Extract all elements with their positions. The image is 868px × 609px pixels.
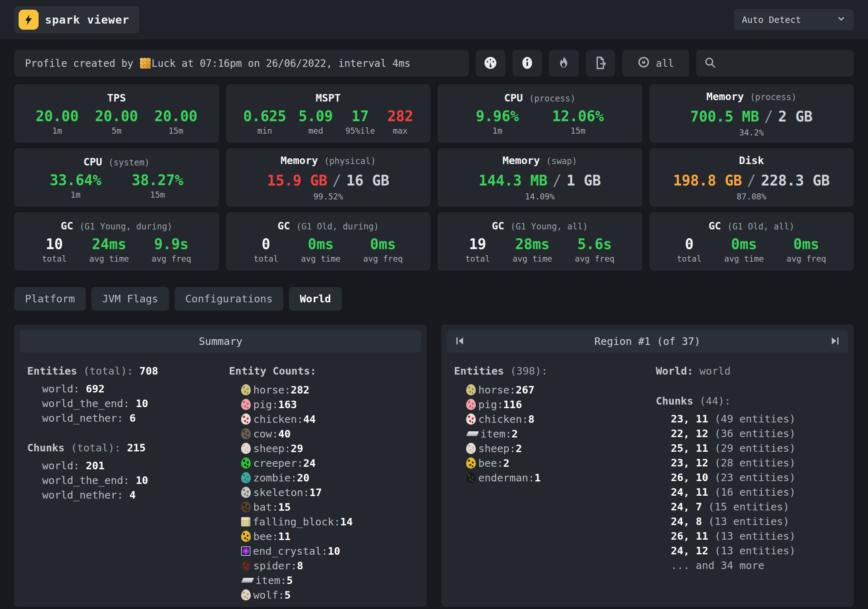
- enderman-icon: [466, 472, 476, 483]
- stat-card: GC (G1 Old, during)0total0msavg time0msa…: [226, 212, 431, 270]
- profile-text-prefix: Profile created by: [25, 57, 139, 69]
- stat-value: 9.9savg freq: [152, 237, 191, 263]
- stat-card: CPU (system)33.64%1m38.27%15m: [14, 148, 219, 207]
- stat-card-title: Memory (physical): [281, 154, 376, 166]
- region-first-button[interactable]: [447, 330, 473, 353]
- gauge-icon: [483, 56, 498, 71]
- cow-icon: [241, 428, 251, 439]
- creeper-icon: [241, 457, 251, 469]
- profile-info: Profile created by Luck at 07:16pm on 26…: [14, 50, 469, 76]
- entity-count-row: spider: 8: [229, 558, 420, 573]
- stat-value: 0msavg freq: [787, 237, 826, 263]
- eye-icon: [637, 56, 650, 71]
- stat-card-title: CPU (process): [504, 92, 575, 104]
- stat-value: 0msavg time: [301, 237, 341, 263]
- platform-select-value: Auto Detect: [742, 15, 801, 25]
- stat-value-label: total: [677, 255, 702, 263]
- app-logo[interactable]: spark viewer: [14, 6, 139, 33]
- user-avatar: [140, 58, 151, 68]
- stat-value: 12.06%15m: [552, 109, 604, 135]
- flame-graph-button[interactable]: [549, 50, 579, 76]
- stat-card-title: Disk: [739, 154, 764, 166]
- stat-value-label: 1m: [36, 127, 79, 135]
- stat-value: 19total: [465, 237, 490, 263]
- stat-value: 10total: [42, 237, 67, 263]
- entities-total-heading: Entities (total): 708: [27, 363, 229, 379]
- stat-value-label: 5m: [95, 127, 138, 135]
- stat-card-title: GC (G1 Old, during): [277, 220, 379, 232]
- metadata-info-button[interactable]: [513, 50, 542, 76]
- stat-value-label: avg time: [301, 255, 341, 263]
- stat-value: 20.005m: [95, 109, 138, 135]
- stat-card: GC (G1 Young, all)19total28msavg time5.6…: [437, 212, 642, 270]
- stat-value-label: 15m: [132, 191, 184, 199]
- stat-usage: 144.3 MB/1 GB: [479, 172, 601, 189]
- stat-card: TPS20.001m20.005m20.0015m: [14, 84, 219, 143]
- region-panel-title: Region #1 (of 37): [594, 335, 701, 347]
- graph-view-button[interactable]: [476, 50, 505, 76]
- search-box[interactable]: [696, 50, 854, 76]
- entity-count-row: falling_block: 14: [229, 514, 420, 529]
- stat-value: 0msavg freq: [363, 237, 403, 263]
- stat-card: CPU (process)9.96%1m12.06%15m: [437, 84, 642, 143]
- tab-jvm-flags[interactable]: JVM Flags: [91, 287, 169, 311]
- stat-percent: 87.08%: [736, 193, 766, 201]
- region-panel-header: Region #1 (of 37): [447, 330, 848, 353]
- search-input[interactable]: [722, 57, 846, 69]
- skeleton-icon: [241, 487, 251, 498]
- chunks-total-heading: Chunks (total): 215: [27, 440, 229, 456]
- platform-select[interactable]: Auto Detect: [734, 9, 854, 30]
- stat-value: 20.001m: [36, 109, 79, 135]
- world-count-row: world_nether: 4: [27, 488, 229, 502]
- stat-value-label: avg freq: [575, 255, 614, 263]
- entities-by-world-list: world: 692world_the_end: 10world_nether:…: [27, 382, 229, 426]
- summary-entity-counts-list: horse: 282pig: 163chicken: 44cow: 40shee…: [229, 382, 420, 602]
- thread-filter-label: all: [656, 57, 674, 69]
- entity-count-row: item: 5: [229, 573, 420, 587]
- horse-icon: [466, 384, 476, 395]
- stat-value-label: avg freq: [363, 255, 403, 263]
- entity-count-row: zombie: 20: [229, 470, 420, 485]
- world-count-row: world_the_end: 10: [27, 396, 229, 411]
- entity-count-row: skeleton: 17: [229, 485, 420, 500]
- stat-percent: 99.52%: [313, 193, 343, 201]
- chicken-icon: [466, 413, 476, 424]
- tab-platform[interactable]: Platform: [14, 287, 86, 311]
- stat-value: 0total: [254, 237, 278, 263]
- tab-world[interactable]: World: [289, 287, 341, 311]
- spider-icon: [241, 560, 251, 571]
- stat-value: 33.64%1m: [50, 173, 101, 199]
- search-icon: [704, 56, 716, 70]
- stat-value-label: 1m: [476, 127, 519, 135]
- item-icon: [241, 578, 254, 583]
- export-button[interactable]: [586, 50, 615, 76]
- stat-value-label: total: [254, 255, 278, 263]
- item-icon: [466, 431, 479, 436]
- chevron-down-icon: [837, 14, 846, 25]
- stat-card-title: Memory (swap): [502, 154, 577, 166]
- thread-filter-button[interactable]: all: [622, 50, 689, 76]
- wolf-icon: [241, 589, 251, 600]
- falling-block-icon: [241, 517, 250, 527]
- entity-count-row: chicken: 44: [229, 412, 420, 426]
- region-entities-heading: Entities (398):: [454, 363, 656, 379]
- zombie-icon: [241, 472, 251, 483]
- entity-count-row: bat: 15: [229, 500, 420, 514]
- region-last-button[interactable]: [822, 330, 848, 353]
- entity-count-row: cow: 40: [229, 426, 420, 441]
- stat-value-label: med: [299, 127, 333, 135]
- stat-usage: 15.9 GB/16 GB: [267, 172, 389, 189]
- entity-count-row: sheep: 2: [454, 441, 656, 456]
- summary-panel-body: Entities (total): 708 world: 692world_th…: [14, 353, 427, 602]
- entity-count-row: sheep: 29: [229, 441, 420, 456]
- stat-card: GC (G1 Young, during)10total24msavg time…: [14, 212, 219, 270]
- entity-count-row: end_crystal: 10: [229, 544, 420, 558]
- entity-count-row: creeper: 24: [229, 456, 420, 470]
- stat-value-label: total: [465, 255, 490, 263]
- tab-configurations[interactable]: Configurations: [175, 287, 283, 311]
- summary-panel: Summary Entities (total): 708 world: 692…: [14, 325, 427, 607]
- region-panel-body: Entities (398): horse: 267pig: 116chicke…: [441, 353, 854, 573]
- chunk-row: 23, 12 (28 entities): [656, 456, 846, 470]
- bee-icon: [241, 531, 251, 542]
- stat-card-title: MSPT: [316, 92, 341, 104]
